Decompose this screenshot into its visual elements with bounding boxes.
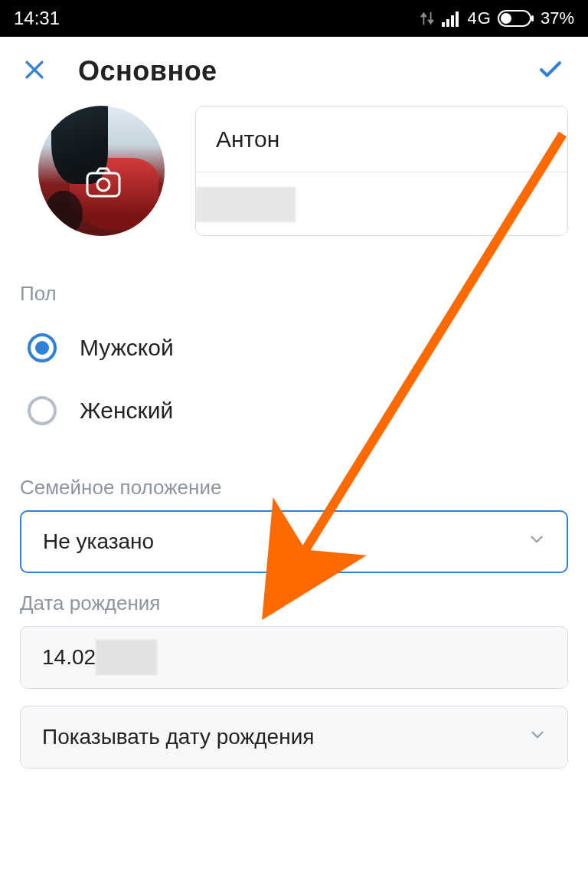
- chevron-down-icon: [527, 529, 547, 555]
- confirm-button[interactable]: [534, 56, 567, 87]
- chevron-down-icon: [528, 725, 547, 750]
- birthdate-field[interactable]: 14.02: [20, 626, 568, 689]
- section-relationship: Семейное положение Не указано: [0, 476, 588, 573]
- status-bar: 14:31 4G 37%: [0, 0, 588, 37]
- last-name-field[interactable]: [196, 172, 567, 236]
- relationship-select[interactable]: Не указано: [20, 510, 568, 573]
- battery-icon: [498, 10, 534, 27]
- battery-percent: 37%: [541, 8, 574, 28]
- radio-male[interactable]: Мужской: [20, 316, 568, 379]
- status-time: 14:31: [14, 8, 60, 29]
- svg-rect-6: [531, 15, 534, 21]
- radio-male-label: Мужской: [80, 335, 174, 361]
- first-name-field[interactable]: Антон: [196, 107, 567, 172]
- avatar[interactable]: [38, 106, 165, 236]
- svg-rect-5: [501, 13, 511, 24]
- name-fields: Антон: [195, 106, 568, 236]
- gender-label: Пол: [20, 282, 568, 306]
- birthdate-visibility-select[interactable]: Показывать дату рождения: [20, 706, 568, 768]
- birthdate-value: 14.02: [42, 645, 96, 669]
- radio-female[interactable]: Женский: [20, 379, 568, 442]
- status-right: 4G 37%: [419, 8, 574, 28]
- camera-icon: [86, 167, 121, 201]
- svg-rect-7: [87, 173, 119, 196]
- network-label: 4G: [468, 8, 492, 28]
- svg-rect-3: [456, 11, 459, 27]
- svg-point-8: [97, 179, 109, 191]
- section-gender: Пол Мужской Женский: [0, 282, 588, 442]
- relationship-label: Семейное положение: [20, 476, 568, 500]
- profile-row: Антон: [0, 106, 588, 236]
- close-button[interactable]: [21, 57, 47, 86]
- birthdate-visibility-label: Показывать дату рождения: [42, 725, 314, 749]
- radio-dot-icon: [28, 333, 57, 362]
- radio-female-label: Женский: [80, 398, 173, 424]
- page-title: Основное: [78, 55, 217, 87]
- svg-rect-0: [442, 22, 445, 27]
- relationship-value: Не указано: [43, 529, 154, 554]
- section-birthdate: Дата рождения 14.02 Показывать дату рожд…: [0, 592, 588, 768]
- radio-dot-icon: [28, 396, 57, 425]
- app-bar: Основное: [0, 37, 588, 106]
- first-name-value: Антон: [216, 126, 279, 152]
- data-icon: [419, 10, 436, 27]
- svg-rect-2: [451, 15, 454, 27]
- signal-icon: [442, 10, 462, 27]
- check-icon: [534, 56, 567, 84]
- birthdate-label: Дата рождения: [20, 592, 568, 615]
- close-icon: [21, 57, 47, 83]
- svg-rect-1: [446, 19, 449, 27]
